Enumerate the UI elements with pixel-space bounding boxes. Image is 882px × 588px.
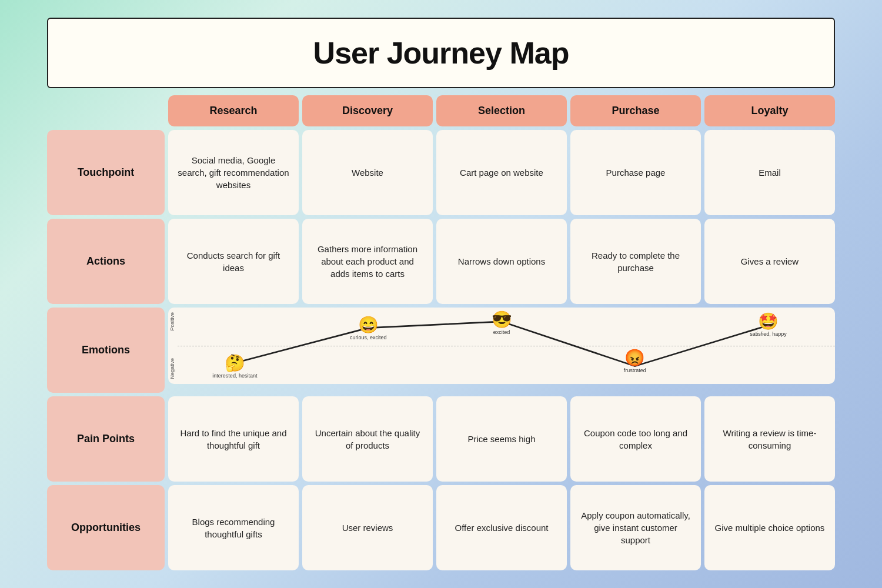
- cell-opp-purchase: Apply coupon automatically, give instant…: [570, 485, 701, 570]
- emoji-discovery: 😄 curious, excited: [350, 317, 387, 340]
- emotions-chart-cell: Positive Negative 🤔 interested, hesi: [168, 308, 835, 384]
- cell-opp-discovery: User reviews: [302, 485, 433, 570]
- cell-pain-loyalty: Writing a review is time-consuming: [704, 396, 835, 482]
- emoji-purchase: 😡 frustrated: [624, 350, 646, 373]
- page-title: User Journey Map: [60, 35, 822, 71]
- emoji-frustrated-label: frustrated: [624, 368, 646, 373]
- header-empty: [47, 95, 165, 126]
- emoji-happy-icon: 🤩: [758, 313, 779, 330]
- emoji-curious-icon: 😄: [358, 317, 379, 333]
- cell-pain-purchase: Coupon code too long and complex: [570, 396, 701, 482]
- emoji-research: 🤔 interested, hesitant: [212, 355, 257, 379]
- cell-touchpoint-purchase: Purchase page: [570, 130, 701, 215]
- header-selection: Selection: [436, 95, 567, 126]
- row-touchpoint: Touchpoint Social media, Google search, …: [47, 130, 835, 215]
- main-container: User Journey Map Research Discovery Sele…: [47, 18, 835, 570]
- cell-opp-research: Blogs recommending thoughtful gifts: [168, 485, 299, 570]
- label-emotions: Emotions: [47, 308, 165, 393]
- header-discovery: Discovery: [302, 95, 433, 126]
- cell-opp-selection: Offer exclusive discount: [436, 485, 567, 570]
- cell-touchpoint-selection: Cart page on website: [436, 130, 567, 215]
- emoji-happy-label: satisfied, happy: [750, 331, 787, 337]
- header-purchase: Purchase: [570, 95, 701, 126]
- cell-pain-selection: Price seems high: [436, 396, 567, 482]
- emoji-curious-label: curious, excited: [350, 335, 387, 340]
- label-actions: Actions: [47, 219, 165, 304]
- cell-actions-research: Conducts search for gift ideas: [168, 219, 299, 304]
- emoji-excited-label: excited: [493, 329, 510, 335]
- table-wrapper: Research Discovery Selection Purchase Lo…: [47, 95, 835, 570]
- cell-touchpoint-research: Social media, Google search, gift recomm…: [168, 130, 299, 215]
- label-opportunities: Opportunities: [47, 485, 165, 570]
- table-body: Touchpoint Social media, Google search, …: [47, 130, 835, 570]
- emoji-selection: 😎 excited: [492, 312, 512, 335]
- cell-pain-discovery: Uncertain about the quality of products: [302, 396, 433, 482]
- dashed-midline: [178, 346, 835, 346]
- cell-touchpoint-loyalty: Email: [704, 130, 835, 215]
- title-box: User Journey Map: [47, 18, 835, 88]
- row-actions: Actions Conducts search for gift ideas G…: [47, 219, 835, 304]
- cell-touchpoint-discovery: Website: [302, 130, 433, 215]
- label-pain-points: Pain Points: [47, 396, 165, 482]
- emoji-hesitant-icon: 🤔: [225, 355, 245, 372]
- cell-actions-discovery: Gathers more information about each prod…: [302, 219, 433, 304]
- cell-actions-selection: Narrows down options: [436, 219, 567, 304]
- cell-actions-purchase: Ready to complete the purchase: [570, 219, 701, 304]
- label-touchpoint: Touchpoint: [47, 130, 165, 215]
- row-pain-points: Pain Points Hard to find the unique and …: [47, 396, 835, 482]
- header-research: Research: [168, 95, 299, 126]
- header-loyalty: Loyalty: [704, 95, 835, 126]
- axis-negative: Negative: [169, 358, 175, 379]
- cell-opp-loyalty: Give multiple choice options: [704, 485, 835, 570]
- emoji-frustrated-icon: 😡: [624, 350, 645, 366]
- cell-actions-loyalty: Gives a review: [704, 219, 835, 304]
- row-emotions: Emotions Positive Negative: [47, 308, 835, 393]
- emoji-hesitant-label: interested, hesitant: [212, 373, 257, 379]
- row-opportunities: Opportunities Blogs recommending thought…: [47, 485, 835, 570]
- emoji-loyalty: 🤩 satisfied, happy: [750, 313, 787, 337]
- axis-positive: Positive: [169, 312, 175, 331]
- table-header: Research Discovery Selection Purchase Lo…: [47, 95, 835, 126]
- cell-pain-research: Hard to find the unique and thoughtful g…: [168, 396, 299, 482]
- emoji-excited-icon: 😎: [492, 312, 512, 328]
